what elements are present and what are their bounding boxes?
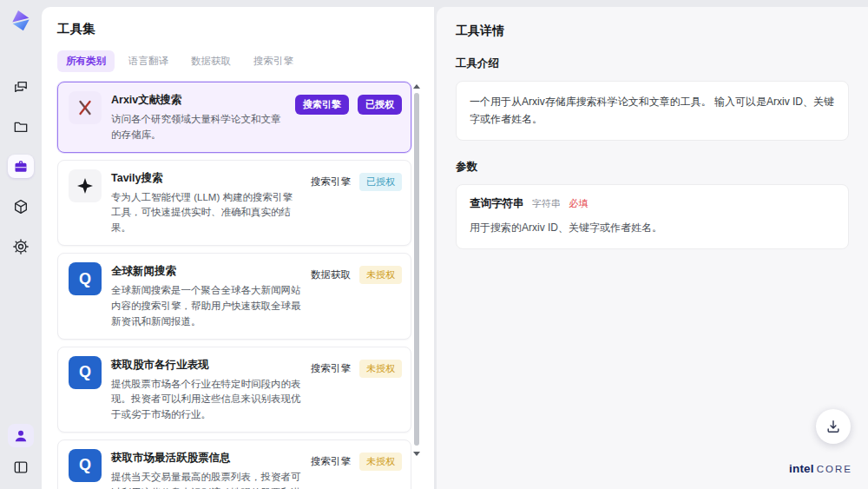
- rail-nav: [8, 75, 34, 258]
- news-logo-icon: Q: [69, 449, 102, 482]
- tool-card-tavily[interactable]: Tavily搜索 专为人工智能代理 (LLM) 构建的搜索引擎工具，可快速提供实…: [57, 160, 411, 246]
- param-box: 查询字符串 字符串 必填 用于搜索的Arxiv ID、关键字或作者姓名。: [456, 184, 849, 249]
- app-root: 工具集 所有类别 语言翻译 数据获取 搜索引擎 A: [0, 0, 868, 489]
- tool-description: 访问各个研究领域大量科学论文和文章的存储库。: [111, 112, 286, 143]
- tool-card-arxiv[interactable]: Arxiv文献搜索 访问各个研究领域大量科学论文和文章的存储库。 搜索引擎 已授…: [57, 82, 411, 153]
- auth-status-badge: 未授权: [359, 453, 402, 471]
- param-required-label: 必填: [569, 198, 588, 208]
- app-logo-icon: [7, 7, 35, 38]
- auth-status-badge: 已授权: [358, 95, 402, 115]
- tool-description: 全球新闻搜索是一个聚合全球各大新闻网站内容的搜索引擎，帮助用户快速获取全球最新资…: [111, 283, 301, 329]
- tool-name: 获取市场最活跃股票信息: [111, 451, 301, 466]
- tool-name: Arxiv文献搜索: [111, 93, 286, 108]
- tool-list: Arxiv文献搜索 访问各个研究领域大量科学论文和文章的存储库。 搜索引擎 已授…: [57, 82, 434, 489]
- tool-description: 专为人工智能代理 (LLM) 构建的搜索引擎工具，可快速提供实时、准确和真实的结…: [111, 190, 301, 236]
- param-type: 字符串: [532, 198, 561, 208]
- category-label: 搜索引擎: [311, 455, 351, 468]
- chat-icon[interactable]: [8, 75, 34, 98]
- param-name: 查询字符串: [470, 197, 524, 209]
- cube-icon[interactable]: [8, 195, 34, 218]
- params-heading: 参数: [456, 160, 849, 175]
- scrollbar-thumb[interactable]: [414, 93, 419, 446]
- folder-icon[interactable]: [8, 115, 34, 138]
- category-badge: 搜索引擎: [295, 95, 349, 115]
- category-label: 数据获取: [311, 268, 351, 281]
- tool-name: Tavily搜索: [111, 171, 301, 186]
- tool-name: 全球新闻搜索: [111, 264, 301, 279]
- page-title: 工具集: [57, 21, 434, 37]
- tool-description: 提供当天交易量最高的股票列表，投资者可以利用这些信息来识别流动性强的股票和潜在的…: [111, 470, 301, 489]
- tool-card-global-news[interactable]: Q 全球新闻搜索 全球新闻搜索是一个聚合全球各大新闻网站内容的搜索引擎，帮助用户…: [57, 253, 411, 339]
- left-rail: [0, 0, 42, 489]
- settings-gear-icon[interactable]: [8, 235, 34, 258]
- news-logo-icon: Q: [69, 262, 102, 295]
- tavily-star-icon: [69, 169, 102, 202]
- tab-search-engine[interactable]: 搜索引擎: [245, 50, 302, 72]
- intro-heading: 工具介绍: [456, 56, 849, 71]
- download-button[interactable]: [816, 409, 851, 444]
- news-logo-icon: Q: [69, 356, 102, 389]
- details-title: 工具详情: [456, 23, 849, 39]
- tool-card-sector-performance[interactable]: Q 获取股市各行业表现 提供股票市场各个行业在特定时间段内的表现。投资者可以利用…: [57, 347, 411, 433]
- tab-data-acquisition[interactable]: 数据获取: [182, 50, 240, 72]
- tab-all-categories[interactable]: 所有类别: [57, 50, 115, 72]
- intro-text: 一个用于从Arxiv存储库搜索科学论文和文章的工具。 输入可以是Arxiv ID…: [470, 96, 834, 125]
- tool-details-panel: 工具详情 工具介绍 一个用于从Arxiv存储库搜索科学论文和文章的工具。 输入可…: [437, 7, 868, 489]
- tool-description: 提供股票市场各个行业在特定时间段内的表现。投资者可以利用这些信息来识别表现优于或…: [111, 377, 301, 423]
- tool-card-active-stocks[interactable]: Q 获取市场最活跃股票信息 提供当天交易量最高的股票列表，投资者可以利用这些信息…: [57, 439, 411, 489]
- category-label: 搜索引擎: [311, 362, 351, 375]
- download-icon: [825, 418, 842, 435]
- user-icon[interactable]: [8, 424, 34, 447]
- intro-box: 一个用于从Arxiv存储库搜索科学论文和文章的工具。 输入可以是Arxiv ID…: [456, 81, 849, 141]
- category-tabs: 所有类别 语言翻译 数据获取 搜索引擎: [57, 50, 434, 72]
- intel-core-logo: intelCORE: [789, 460, 852, 476]
- tool-name: 获取股市各行业表现: [111, 358, 301, 373]
- toolbox-icon[interactable]: [8, 155, 34, 178]
- scrollbar-up-arrow[interactable]: [413, 84, 420, 89]
- rail-bottom: [8, 424, 34, 479]
- tool-list-panel: 工具集 所有类别 语言翻译 数据获取 搜索引擎 A: [42, 7, 434, 489]
- auth-status-badge: 未授权: [359, 266, 402, 284]
- layout-panel-icon[interactable]: [8, 455, 34, 479]
- main-panels: 工具集 所有类别 语言翻译 数据获取 搜索引擎 A: [42, 7, 868, 489]
- tab-language-translation[interactable]: 语言翻译: [120, 50, 177, 72]
- arxiv-logo-icon: [69, 91, 102, 124]
- auth-status-badge: 未授权: [359, 360, 402, 378]
- scrollbar-down-arrow[interactable]: [413, 452, 420, 456]
- param-description: 用于搜索的Arxiv ID、关键字或作者姓名。: [470, 219, 835, 236]
- auth-status-badge: 已授权: [359, 173, 402, 191]
- category-label: 搜索引擎: [311, 175, 351, 188]
